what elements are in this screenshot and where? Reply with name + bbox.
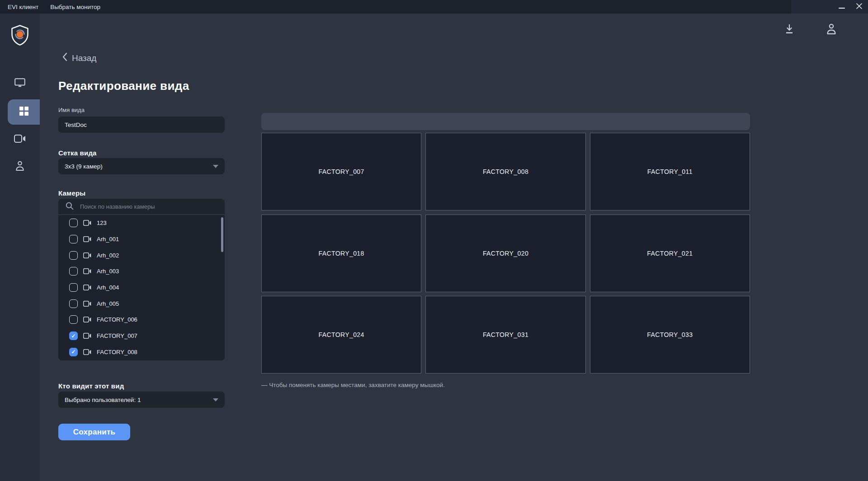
camera-name-label: Arh_003 <box>97 268 119 275</box>
camera-tile[interactable]: FACTORY_008 <box>425 133 585 210</box>
video-camera-icon <box>14 135 26 145</box>
camera-tile-label: FACTORY_033 <box>647 331 693 338</box>
grid-size-value: 3x3 (9 камер) <box>65 163 103 170</box>
visibility-field-label: Кто видит этот вид <box>58 382 124 390</box>
video-camera-icon <box>83 301 91 307</box>
video-camera-icon <box>83 268 91 274</box>
camera-name-label: FACTORY_006 <box>97 316 137 323</box>
camera-list: 123Arh_001Arh_002Arh_003Arh_004Arh_005FA… <box>58 215 225 360</box>
menu-select-monitor[interactable]: Выбрать монитор <box>46 0 104 14</box>
camera-tile-label: FACTORY_018 <box>319 250 364 257</box>
camera-tile[interactable]: FACTORY_018 <box>261 215 421 292</box>
camera-tile[interactable]: FACTORY_021 <box>590 215 750 292</box>
close-button[interactable] <box>852 0 866 14</box>
save-button[interactable]: Сохранить <box>58 424 130 440</box>
camera-list-item[interactable]: Arh_005 <box>58 295 225 312</box>
camera-tile[interactable]: FACTORY_011 <box>590 133 750 210</box>
video-camera-icon <box>83 349 91 355</box>
camera-checkbox[interactable] <box>69 283 78 292</box>
camera-name-label: FACTORY_007 <box>97 332 137 339</box>
chevron-down-icon <box>213 398 218 402</box>
camera-name-label: Arh_001 <box>97 236 119 243</box>
download-button[interactable] <box>783 24 795 36</box>
main-content: Назад Редактирование вида Имя вида Сетка… <box>40 14 868 481</box>
camera-checkbox[interactable]: ✓ <box>69 332 78 340</box>
camera-tile-label: FACTORY_021 <box>647 250 693 257</box>
app-window: EVI клиент Выбрать монитор <box>0 0 868 481</box>
camera-tile[interactable]: FACTORY_007 <box>261 133 421 210</box>
camera-list-item[interactable]: Arh_003 <box>58 263 225 280</box>
camera-tile-label: FACTORY_031 <box>483 331 528 338</box>
camera-picker-panel: 123Arh_001Arh_002Arh_003Arh_004Arh_005FA… <box>58 199 225 360</box>
camera-grid: FACTORY_007FACTORY_008FACTORY_011FACTORY… <box>261 133 750 374</box>
back-label: Назад <box>72 53 96 63</box>
camera-list-item[interactable]: Arh_001 <box>58 231 225 248</box>
visibility-value: Выбрано пользователей: 1 <box>65 397 141 403</box>
chevron-down-icon <box>213 165 218 168</box>
sidebar-item-views[interactable] <box>8 99 40 125</box>
camera-search-row <box>58 199 225 215</box>
grid-size-select[interactable]: 3x3 (9 камер) <box>58 158 225 174</box>
camera-tile[interactable]: FACTORY_033 <box>590 296 750 374</box>
camera-name-label: Arh_004 <box>97 284 119 291</box>
back-button[interactable]: Назад <box>62 52 96 64</box>
camera-list-scrollbar[interactable] <box>221 217 223 252</box>
menu-evi-client[interactable]: EVI клиент <box>4 0 42 14</box>
video-camera-icon <box>83 252 91 258</box>
sidebar-item-users[interactable] <box>0 154 40 179</box>
camera-checkbox[interactable] <box>69 315 78 324</box>
camera-list-item[interactable]: ✓FACTORY_008 <box>58 344 225 360</box>
title-bar: EVI клиент Выбрать монитор <box>0 0 868 14</box>
video-camera-icon <box>83 285 91 290</box>
camera-checkbox[interactable] <box>69 267 78 276</box>
camera-name-label: Arh_002 <box>97 252 119 259</box>
camera-list-item[interactable]: 123 <box>58 215 225 231</box>
name-field-label: Имя вида <box>58 107 85 113</box>
cameras-field-label: Камеры <box>58 189 85 197</box>
camera-name-label: 123 <box>97 219 107 226</box>
sidebar-item-monitors[interactable] <box>0 71 40 96</box>
camera-name-label: FACTORY_008 <box>97 349 137 355</box>
camera-tile[interactable]: FACTORY_020 <box>425 215 585 292</box>
camera-list-item[interactable]: Arh_002 <box>58 247 225 263</box>
video-camera-icon <box>83 333 91 339</box>
camera-tile-label: FACTORY_020 <box>483 250 528 257</box>
visibility-select[interactable]: Выбрано пользователей: 1 <box>58 392 225 408</box>
camera-checkbox[interactable] <box>69 219 78 227</box>
download-icon <box>784 23 794 37</box>
camera-tile-label: FACTORY_011 <box>647 168 693 175</box>
drag-hint: — Чтобы поменять камеры местами, захвати… <box>261 382 445 388</box>
video-camera-icon <box>83 220 91 226</box>
grid-field-label: Сетка вида <box>58 149 97 157</box>
account-icon <box>826 23 836 37</box>
monitor-icon <box>14 78 25 89</box>
camera-tile-label: FACTORY_007 <box>319 168 364 175</box>
camera-tile-label: FACTORY_024 <box>319 331 364 338</box>
camera-tile[interactable]: FACTORY_031 <box>425 296 585 374</box>
video-camera-icon <box>83 236 91 242</box>
camera-list-item[interactable]: FACTORY_006 <box>58 312 225 328</box>
camera-tile-label: FACTORY_008 <box>483 168 528 175</box>
camera-checkbox[interactable]: ✓ <box>69 348 78 356</box>
close-icon <box>856 3 863 11</box>
minimize-button[interactable] <box>835 0 849 14</box>
account-button[interactable] <box>826 24 837 36</box>
camera-list-item[interactable]: Arh_004 <box>58 280 225 296</box>
evi-shield-logo <box>10 24 30 48</box>
video-camera-icon <box>83 317 91 322</box>
camera-checkbox[interactable] <box>69 235 78 243</box>
camera-checkbox[interactable] <box>69 251 78 260</box>
view-name-input[interactable] <box>58 117 225 133</box>
camera-tile[interactable]: FACTORY_024 <box>261 296 421 374</box>
camera-name-label: Arh_005 <box>97 300 119 307</box>
camera-list-item[interactable]: ✓FACTORY_007 <box>58 328 225 344</box>
sidebar-item-cameras[interactable] <box>0 127 40 152</box>
user-icon <box>15 161 24 173</box>
search-icon <box>66 202 74 212</box>
camera-search-input[interactable] <box>80 203 225 210</box>
grid-views-icon <box>19 106 29 118</box>
minimize-icon <box>839 4 845 10</box>
sidebar <box>0 14 40 481</box>
grid-header-bar <box>261 113 750 130</box>
camera-checkbox[interactable] <box>69 299 78 308</box>
